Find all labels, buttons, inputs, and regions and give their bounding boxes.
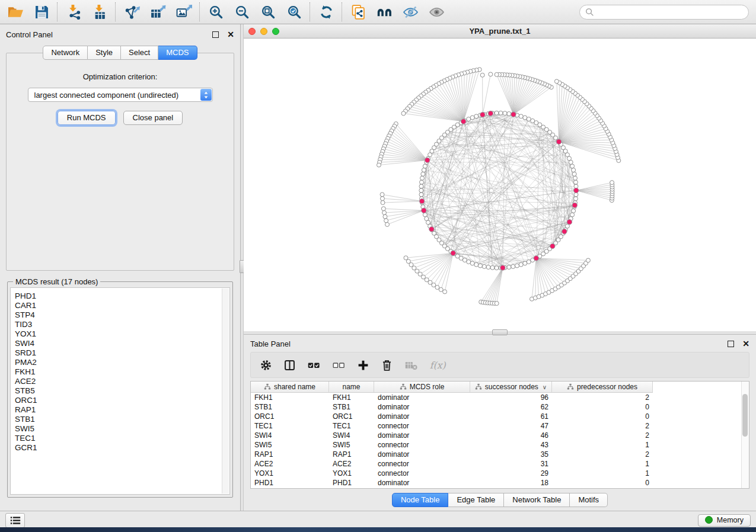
add-column-icon[interactable] (357, 358, 369, 372)
mcds-node-item[interactable]: ORC1 (15, 396, 221, 405)
tab-mcds[interactable]: MCDS (158, 46, 197, 60)
table-row[interactable]: RAP1RAP1dominator352 (251, 450, 749, 459)
mcds-node-item[interactable]: ACE2 (15, 377, 221, 386)
table-row[interactable]: PHD1PHD1dominator180 (251, 478, 749, 488)
column-header[interactable]: shared name (251, 382, 329, 392)
float-panel-icon[interactable] (212, 31, 219, 38)
zoom-selected-icon[interactable] (286, 4, 302, 20)
mcds-node-item[interactable]: STB5 (15, 386, 221, 396)
network-window-title: YPA_prune.txt_1 (244, 27, 756, 36)
search-input[interactable] (579, 5, 749, 20)
zoom-fit-icon[interactable] (260, 4, 276, 20)
toolbar-separator (310, 2, 311, 21)
network-from-selection-icon[interactable] (350, 4, 366, 20)
save-session-icon[interactable] (33, 4, 50, 20)
table-row[interactable]: FKH1FKH1dominator962 (251, 393, 749, 402)
table-row[interactable]: ACE2ACE2connector311 (251, 459, 749, 469)
table-cell: 2 (552, 450, 653, 459)
tab-select[interactable]: Select (121, 46, 158, 60)
gear-icon[interactable] (260, 358, 272, 372)
hierarchy-icon (567, 383, 574, 390)
function-builder-icon: f(x) (429, 358, 448, 372)
mcds-node-item[interactable]: TEC1 (15, 434, 221, 443)
window-maximize-button[interactable] (272, 28, 279, 35)
task-history-button[interactable] (5, 513, 25, 528)
export-image-icon[interactable] (176, 4, 192, 20)
table-row[interactable]: SWI5SWI5connector431 (251, 440, 749, 450)
table-row[interactable]: STB1STB1dominator620 (251, 402, 749, 412)
select-all-icon[interactable] (307, 358, 321, 372)
mcds-node-item[interactable]: TID3 (15, 320, 221, 329)
delete-column-icon[interactable] (381, 358, 393, 372)
table-row[interactable]: TEC1TEC1connector472 (251, 421, 749, 431)
export-table-icon[interactable] (149, 4, 166, 20)
zoom-out-icon[interactable] (234, 4, 250, 20)
mcds-node-item[interactable]: STB1 (15, 415, 221, 424)
mcds-node-item[interactable]: PHD1 (15, 291, 221, 301)
zoom-in-icon[interactable] (208, 4, 224, 20)
mcds-result-list[interactable]: PHD1CAR1STP4TID3YOX1SWI4SRD1PMA2FKH1ACE2… (10, 287, 230, 495)
tab-style[interactable]: Style (88, 46, 121, 60)
optimization-label: Optimization criterion: (7, 72, 234, 81)
mcds-list-scrollbar[interactable] (222, 289, 229, 493)
close-panel-icon[interactable]: ✕ (742, 339, 749, 348)
column-header[interactable]: successor nodes∨ (470, 382, 552, 392)
deselect-all-icon[interactable] (332, 358, 346, 372)
mcds-node-item[interactable]: SWI4 (15, 339, 221, 348)
table-cell: STB1 (329, 403, 374, 411)
table-row[interactable]: SWI4SWI4dominator462 (251, 431, 749, 440)
import-table-icon[interactable] (91, 4, 108, 20)
mcds-node-item[interactable]: CAR1 (15, 301, 221, 310)
table-cell: RAP1 (251, 450, 329, 459)
mcds-node-item[interactable]: GCR1 (15, 443, 221, 453)
mcds-node-item[interactable]: YOX1 (15, 329, 221, 339)
tab-node-table[interactable]: Node Table (392, 493, 449, 507)
table-row[interactable]: YOX1YOX1connector291 (251, 469, 749, 478)
table-cell: PHD1 (329, 479, 374, 487)
splitter-grip-icon[interactable] (492, 329, 508, 335)
table-panel: Table Panel ✕ f(x) shared namenameMCDS r… (244, 335, 756, 511)
network-window-titlebar: YPA_prune.txt_1 (244, 24, 756, 39)
table-cell: 1 (552, 460, 653, 468)
close-panel-icon[interactable]: ✕ (227, 30, 234, 39)
column-header[interactable]: predecessor nodes (552, 382, 653, 392)
column-header[interactable]: name (329, 382, 374, 392)
open-session-icon[interactable] (7, 4, 24, 20)
float-panel-icon[interactable] (728, 341, 734, 347)
export-network-icon[interactable] (123, 4, 140, 20)
close-panel-button[interactable]: Close panel (123, 111, 183, 125)
memory-button[interactable]: Memory (698, 514, 751, 527)
panel-splitter-horizontal[interactable] (244, 331, 756, 335)
mcds-node-item[interactable]: STP4 (15, 310, 221, 320)
window-close-button[interactable] (248, 28, 256, 35)
column-header[interactable]: MCDS role (374, 382, 470, 392)
table-cell: SWI4 (329, 431, 374, 440)
run-mcds-button[interactable]: Run MCDS (58, 111, 116, 125)
mcds-node-item[interactable]: RAP1 (15, 405, 221, 415)
table-scrollbar[interactable] (741, 382, 749, 488)
tab-network[interactable]: Network (43, 46, 88, 60)
app-window: Control Panel ✕ NetworkStyleSelectMCDS O… (0, 0, 756, 529)
table-cell: connector (374, 469, 470, 477)
mcds-node-item[interactable]: FKH1 (15, 367, 221, 377)
mcds-node-item[interactable]: SRD1 (15, 348, 221, 358)
optimization-select[interactable]: largest connected component (undirected) (28, 88, 213, 102)
table-row[interactable]: ORC1ORC1dominator610 (251, 412, 749, 421)
first-neighbors-icon[interactable] (376, 4, 393, 20)
mcds-node-item[interactable]: SWI5 (15, 424, 221, 434)
scrollbar-thumb[interactable] (742, 394, 748, 437)
table-cell: 29 (470, 469, 552, 477)
table-cell: SWI4 (251, 431, 329, 440)
import-network-icon[interactable] (65, 4, 82, 20)
network-canvas[interactable] (244, 39, 756, 331)
mcds-node-item[interactable]: PMA2 (15, 358, 221, 367)
tab-network-table[interactable]: Network Table (504, 493, 570, 507)
tab-edge-table[interactable]: Edge Table (448, 493, 504, 507)
refresh-layout-icon[interactable] (318, 4, 334, 20)
bird-eye-view-icon[interactable] (428, 4, 445, 20)
mcds-tab-content: Optimization criterion: largest connecte… (6, 53, 234, 271)
show-hide-graphics-icon[interactable] (402, 4, 419, 20)
tab-motifs[interactable]: Motifs (570, 493, 608, 507)
columns-icon[interactable] (283, 358, 296, 372)
window-minimize-button[interactable] (260, 28, 267, 35)
